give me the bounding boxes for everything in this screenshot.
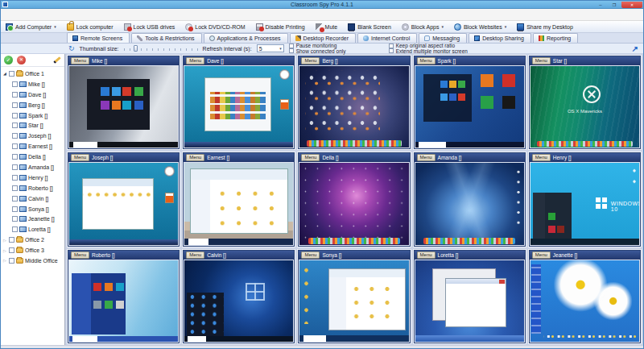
computer-thumbnail[interactable]: Menu Berg [] [298, 56, 410, 149]
tab[interactable]: Desktop Recorder [290, 33, 356, 43]
thumbnail-menu-button[interactable]: Menu [71, 154, 89, 161]
connect-button[interactable] [4, 56, 13, 64]
tree-checkbox[interactable] [12, 196, 18, 202]
computer-thumbnail[interactable]: Menu Joseph [] [68, 152, 180, 246]
computer-thumbnail[interactable]: Menu Mike [] [68, 56, 180, 149]
computer-thumbnail[interactable]: Menu Loretta [] [414, 250, 526, 343]
tree-checkbox[interactable] [12, 175, 18, 181]
computer-thumbnail[interactable]: Menu Della [] [298, 152, 410, 246]
tree-checkbox[interactable] [12, 216, 18, 222]
fullscreen-popout-icon[interactable]: ↗ [632, 44, 638, 53]
computer-thumbnail[interactable]: Menu Spark [] [414, 56, 526, 149]
remote-screen[interactable] [69, 163, 178, 244]
remote-screen[interactable] [530, 260, 639, 342]
computer-thumbnail[interactable]: Menu Roberto [] [68, 250, 180, 343]
tree-checkbox[interactable] [9, 71, 14, 77]
expand-icon[interactable] [2, 248, 7, 253]
thumbnail-menu-button[interactable]: Menu [71, 57, 89, 64]
collapse-icon[interactable] [2, 71, 7, 76]
tree-group-row[interactable]: Middle Office [1, 256, 64, 266]
pencil-icon[interactable] [53, 56, 61, 64]
tree-computer-row[interactable]: Amanda [] [1, 162, 64, 172]
thumbnail-menu-button[interactable]: Menu [532, 154, 551, 161]
toolbar-button[interactable]: Blank Screen [348, 23, 391, 31]
tab[interactable]: Remote Screens [67, 32, 130, 43]
remote-screen[interactable] [184, 260, 293, 342]
remote-screen[interactable] [69, 260, 178, 342]
remote-screen[interactable] [299, 66, 408, 147]
thumbnail-menu-button[interactable]: Menu [71, 251, 89, 259]
thumbnail-menu-button[interactable]: Menu [301, 57, 320, 64]
toolbar-button[interactable]: Block Apps ▾ [402, 23, 444, 31]
tree-checkbox[interactable] [12, 113, 18, 118]
tree-computer-row[interactable]: Jeanette [] [1, 214, 64, 224]
tree-group-row[interactable]: Office 3 [1, 245, 64, 256]
thumbnail-menu-button[interactable]: Menu [301, 154, 320, 161]
tree-computer-row[interactable]: Henry [] [1, 172, 64, 183]
tab[interactable]: Reporting [533, 33, 578, 43]
minimize-button[interactable] [594, 2, 607, 8]
tree-computer-row[interactable]: Sonya [] [1, 204, 64, 214]
thumbnail-menu-button[interactable]: Menu [417, 251, 436, 259]
close-button[interactable] [621, 2, 642, 8]
tree-computer-row[interactable]: Joseph [] [1, 131, 64, 141]
expand-icon[interactable] [2, 258, 7, 263]
tree-computer-row[interactable]: Calvin [] [1, 193, 64, 204]
maximize-button[interactable] [608, 2, 621, 8]
tree-checkbox[interactable] [12, 164, 18, 170]
tree-checkbox[interactable] [12, 143, 18, 149]
tab[interactable]: Desktop Sharing [469, 33, 531, 43]
checkbox-box[interactable] [289, 48, 294, 53]
toolbar-button[interactable]: Add Computer ▾ [6, 23, 56, 31]
thumbnail-menu-button[interactable]: Menu [532, 57, 551, 64]
remote-screen[interactable] [415, 66, 524, 147]
tree-computer-row[interactable]: Loretta [] [1, 224, 64, 235]
tree-computer-row[interactable]: Mike [] [1, 79, 64, 89]
remote-screen[interactable] [184, 66, 293, 147]
toolbar-button[interactable]: Disable Printing [256, 23, 305, 31]
computer-thumbnail[interactable]: Menu Sonya [] [298, 250, 410, 343]
remote-screen[interactable] [184, 163, 293, 244]
tree-checkbox[interactable] [12, 185, 18, 191]
computer-thumbnail[interactable]: Menu Star [] OS X Mavericks [529, 56, 641, 149]
tree-computer-row[interactable]: Della [] [1, 152, 64, 162]
thumbnail-menu-button[interactable]: Menu [417, 154, 436, 161]
checkbox-box[interactable] [389, 48, 394, 53]
toolbar-button[interactable]: Mute [316, 23, 338, 31]
tree-checkbox[interactable] [12, 81, 18, 87]
tree-computer-row[interactable]: Berg [] [1, 100, 64, 110]
tree-group-row[interactable]: Office 1 [1, 69, 64, 79]
computer-thumbnail[interactable]: Menu Earnest [] [183, 152, 295, 246]
tree-checkbox[interactable] [12, 154, 18, 160]
tab[interactable]: Internet Control [357, 33, 417, 43]
tree-checkbox[interactable] [9, 247, 14, 253]
tab[interactable]: Tools & Restrictions [131, 33, 201, 43]
tab[interactable]: Messaging [419, 33, 467, 43]
toolbar-button[interactable]: Share my Desktop [517, 23, 573, 31]
tree-computer-row[interactable]: Earnest [] [1, 141, 64, 152]
tree-computer-row[interactable]: Star [] [1, 120, 64, 131]
tree-checkbox[interactable] [12, 206, 18, 212]
thumbnail-size-slider[interactable] [124, 45, 198, 52]
tree-checkbox[interactable] [12, 123, 18, 128]
remote-screen[interactable] [415, 260, 524, 342]
slider-thumb[interactable] [134, 45, 138, 52]
computer-thumbnail[interactable]: Menu Jeanette [] [529, 250, 641, 343]
toolbar-button[interactable]: Lock computer [67, 23, 114, 31]
remote-screen[interactable]: OS X Mavericks [530, 66, 639, 147]
option-checkbox[interactable]: Show connected only [289, 48, 384, 54]
option-checkbox[interactable]: Extend multiple monitor screen [389, 48, 518, 54]
tree-computer-row[interactable]: Dave [] [1, 89, 64, 100]
computer-thumbnail[interactable]: Menu Amanda [] [414, 152, 526, 246]
tree-computer-row[interactable]: Roberto [] [1, 183, 64, 193]
tree-checkbox[interactable] [12, 133, 18, 139]
expand-icon[interactable] [2, 238, 7, 243]
tree-group-row[interactable]: Office 2 [1, 235, 64, 245]
toolbar-button[interactable]: Block Websites ▾ [454, 23, 506, 31]
thumbnail-menu-button[interactable]: Menu [186, 57, 204, 64]
refresh-interval-select[interactable]: 5 ▾ [257, 44, 284, 52]
remote-screen[interactable] [415, 163, 524, 244]
computer-thumbnail[interactable]: Menu Calvin [] [183, 250, 295, 343]
thumbnail-menu-button[interactable]: Menu [186, 251, 204, 259]
thumbnail-menu-button[interactable]: Menu [186, 154, 204, 161]
